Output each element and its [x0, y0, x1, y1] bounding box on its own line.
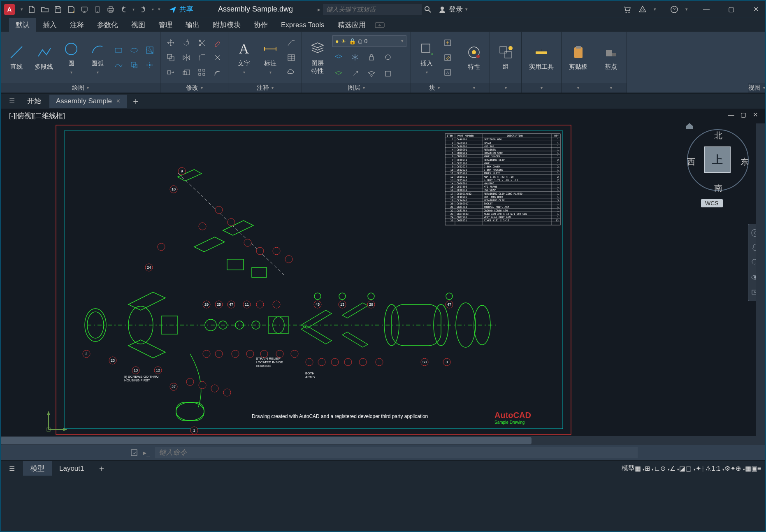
- search-input[interactable]: [323, 4, 422, 15]
- ellipse-icon[interactable]: [128, 44, 140, 56]
- infer-icon[interactable]: ⟊: [701, 465, 705, 472]
- ortho-icon[interactable]: ∟: [654, 465, 660, 472]
- viewcube-east[interactable]: 东: [740, 156, 749, 167]
- viewport-minimize-icon[interactable]: —: [728, 111, 736, 118]
- layer-properties-button[interactable]: 图层 特性: [306, 39, 329, 77]
- create-block-icon[interactable]: [441, 37, 454, 49]
- line-button[interactable]: 直线: [5, 42, 28, 72]
- explode-icon[interactable]: [211, 51, 224, 64]
- drawing-canvas[interactable]: 2231312 91024 29254711 45132947 503 127 …: [54, 123, 573, 436]
- save-icon[interactable]: [53, 5, 63, 14]
- ribbon-tab-featured[interactable]: 精选应用: [331, 18, 372, 32]
- polar-icon[interactable]: ⊙ ▾: [660, 465, 669, 472]
- viewcube-south[interactable]: 南: [714, 183, 722, 194]
- layer-selector[interactable]: ● ☀ 🔒 ⎙ 0 ▾: [332, 35, 406, 47]
- horizontal-scrollbar[interactable]: [1, 436, 765, 445]
- arc-button[interactable]: 圆弧▾: [86, 39, 109, 76]
- ribbon-tab-annotate[interactable]: 注释: [63, 18, 91, 32]
- region-icon[interactable]: [128, 59, 140, 71]
- command-input[interactable]: [155, 447, 638, 458]
- search-history-icon[interactable]: ▸: [318, 6, 320, 13]
- annomonitor-icon[interactable]: ⊕ ▾: [736, 465, 745, 472]
- ucs-icon[interactable]: [44, 409, 69, 434]
- help-dropdown-icon[interactable]: ▾: [685, 7, 688, 12]
- ribbon-tab-view[interactable]: 视图: [125, 18, 152, 32]
- isoplane-icon[interactable]: ∠ ▾: [670, 465, 679, 472]
- grid-icon[interactable]: ▦ ▾: [635, 465, 645, 472]
- new-icon[interactable]: [27, 5, 36, 14]
- fillet-icon[interactable]: [196, 51, 208, 64]
- redo-icon[interactable]: [139, 5, 148, 14]
- ribbon-tab-manage[interactable]: 管理: [152, 18, 179, 32]
- dimension-button[interactable]: 标注▾: [259, 39, 282, 76]
- appstore-dropdown-icon[interactable]: ▾: [654, 7, 656, 12]
- drawing-area[interactable]: [-][俯视][二维线框] — ▢ ✕: [1, 109, 765, 436]
- layout-add-button[interactable]: ＋: [92, 460, 111, 476]
- layout-tab-model[interactable]: 模型: [23, 461, 52, 476]
- viewport-close-icon[interactable]: ✕: [753, 111, 760, 118]
- status-model-button[interactable]: 模型: [622, 464, 635, 473]
- saveas-icon[interactable]: [67, 5, 76, 14]
- layer-off-icon[interactable]: [332, 51, 345, 63]
- viewcube-top-face[interactable]: 上: [704, 146, 731, 173]
- print-icon[interactable]: [106, 5, 115, 14]
- undo-dropdown-icon[interactable]: ▾: [132, 7, 135, 12]
- mobile-icon[interactable]: [93, 5, 102, 14]
- annoscale-icon[interactable]: 1:1 ▾: [712, 465, 725, 472]
- layer-make-icon[interactable]: [332, 67, 345, 80]
- leader-icon[interactable]: [285, 37, 297, 49]
- cloud-icon[interactable]: [285, 66, 297, 79]
- web-icon[interactable]: [80, 5, 89, 14]
- table-icon[interactable]: [285, 51, 297, 64]
- otrack-icon[interactable]: ▢ ▾: [685, 465, 695, 472]
- erase-icon[interactable]: [211, 37, 224, 49]
- array-icon[interactable]: [196, 66, 208, 79]
- insert-block-button[interactable]: 插入▾: [415, 39, 438, 76]
- ribbon-tab-addins[interactable]: 附加模块: [206, 18, 247, 32]
- osnap-icon[interactable]: ◪: [679, 465, 685, 472]
- text-button[interactable]: A文字▾: [232, 39, 255, 76]
- doc-tab-add-button[interactable]: ＋: [129, 95, 143, 107]
- units-icon[interactable]: ▦: [745, 465, 751, 472]
- cart-icon[interactable]: [622, 5, 631, 14]
- ribbon-tab-express[interactable]: Express Tools: [274, 18, 331, 32]
- 3dosnap-icon[interactable]: ⩚: [705, 465, 712, 472]
- open-icon[interactable]: [40, 5, 49, 14]
- doc-tab-current[interactable]: Assembly Sample ✕: [49, 95, 127, 108]
- home-icon[interactable]: [685, 121, 694, 131]
- ribbon-toggle-button[interactable]: [372, 18, 387, 32]
- help-icon[interactable]: ?: [670, 5, 679, 14]
- layer-state-icon[interactable]: [382, 67, 394, 80]
- redo-dropdown-icon[interactable]: ▾: [152, 7, 154, 12]
- ribbon-tab-parametric[interactable]: 参数化: [91, 18, 125, 32]
- snap-icon[interactable]: ⊞ ▾: [645, 465, 654, 472]
- mirror-icon[interactable]: [180, 51, 193, 64]
- viewport-label[interactable]: [-][俯视][二维线框]: [9, 111, 65, 121]
- trim-icon[interactable]: [196, 37, 208, 49]
- customize-status-icon[interactable]: ≡: [757, 465, 761, 472]
- polyline-button[interactable]: 多段线: [31, 42, 56, 72]
- command-customize-icon[interactable]: [128, 447, 140, 458]
- search-icon[interactable]: [422, 4, 434, 15]
- share-button[interactable]: 共享: [169, 5, 193, 14]
- spline-icon[interactable]: [112, 59, 125, 71]
- layout-menu-icon[interactable]: ☰: [5, 463, 19, 474]
- properties-button[interactable]: 特性: [462, 42, 485, 72]
- edit-block-icon[interactable]: [441, 51, 454, 64]
- qat-dropdown-icon[interactable]: ▾: [21, 7, 23, 12]
- layer-iso-icon[interactable]: [382, 51, 394, 63]
- point-icon[interactable]: [144, 59, 156, 71]
- app-menu-button[interactable]: A: [4, 4, 15, 15]
- layer-lock-icon[interactable]: [365, 51, 378, 63]
- group-button[interactable]: 组: [494, 42, 517, 72]
- layer-match-icon[interactable]: [349, 67, 361, 80]
- minimize-button[interactable]: —: [700, 3, 713, 16]
- gear-icon[interactable]: ⚙: [724, 465, 730, 472]
- quickprops-icon[interactable]: ▣: [751, 465, 757, 472]
- hatch-icon[interactable]: [144, 44, 156, 56]
- vertical-scrollbar[interactable]: [756, 123, 765, 436]
- login-button[interactable]: 登录 ▾: [438, 5, 468, 14]
- ribbon-tab-default[interactable]: 默认: [9, 18, 36, 32]
- appstore-icon[interactable]: A: [638, 5, 647, 14]
- ribbon-tab-collaborate[interactable]: 协作: [247, 18, 274, 32]
